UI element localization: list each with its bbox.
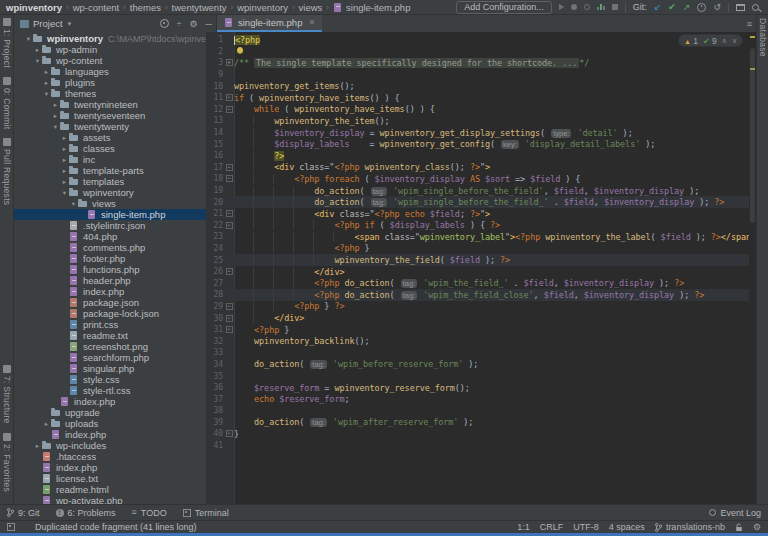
tool-window-button[interactable]: 7: Structure xyxy=(2,365,12,424)
line-ending[interactable]: CRLF xyxy=(540,522,564,532)
tool-window-button----problems[interactable]: !6: Problems xyxy=(56,508,116,518)
hector-inspections-icon[interactable]: ⚙ xyxy=(753,523,761,532)
editor-options-icon[interactable]: ≡ xyxy=(747,15,756,32)
error-stripe-mark[interactable] xyxy=(750,68,755,70)
tree-item[interactable]: package.json xyxy=(14,297,206,308)
chevron-down-icon[interactable]: ▾ xyxy=(42,90,51,98)
inspections-widget[interactable]: ▲ 1 ✔ 9 ∧ ∨ xyxy=(678,34,743,47)
tree-item[interactable]: index.php xyxy=(14,429,206,440)
chevron-down-icon[interactable]: ▾ xyxy=(51,123,60,131)
tree-item[interactable]: ▸plugins xyxy=(14,77,206,88)
tree-item[interactable]: ▾views xyxy=(14,198,206,209)
rollback-icon[interactable]: ↺ xyxy=(713,3,721,12)
tree-item[interactable]: readme.txt xyxy=(14,330,206,341)
run-icon[interactable] xyxy=(559,4,564,10)
tree-item[interactable]: style-rtl.css xyxy=(14,385,206,396)
chevron-right-icon[interactable]: ▸ xyxy=(42,79,51,87)
chevron-right-icon[interactable]: ▸ xyxy=(60,134,69,142)
tab-single-item-php[interactable]: single-item.php ✕ xyxy=(217,15,322,32)
lock-icon[interactable] xyxy=(735,523,743,532)
fold-open-icon[interactable]: − xyxy=(224,430,234,437)
tool-window-switcher-icon[interactable] xyxy=(7,523,15,531)
profiler-icon[interactable] xyxy=(597,4,605,10)
search-everywhere-icon[interactable] xyxy=(752,4,759,11)
close-tab-icon[interactable]: ✕ xyxy=(308,18,315,27)
git-commit-icon[interactable]: ✔ xyxy=(668,3,676,12)
tree-item[interactable]: single-item.php xyxy=(14,209,206,220)
tree-item[interactable]: singular.php xyxy=(14,363,206,374)
chevron-right-icon[interactable]: ▸ xyxy=(51,101,60,109)
breadcrumb-item[interactable]: views xyxy=(299,2,323,13)
next-issue-icon[interactable]: ∨ xyxy=(732,37,737,45)
chevron-down-icon[interactable]: ▾ xyxy=(33,57,42,65)
tool-window-button[interactable]: 2: Favorites xyxy=(2,433,12,492)
restore-layout-icon[interactable] xyxy=(736,4,745,11)
coverage-icon[interactable] xyxy=(584,4,590,10)
tool-window-button[interactable]: Pull Requests xyxy=(2,138,12,205)
chevron-down-icon[interactable]: ▾ xyxy=(60,189,69,197)
fold-open-icon[interactable]: − xyxy=(224,106,234,113)
breadcrumb-item[interactable]: wpinventory xyxy=(237,2,288,13)
indent-setting[interactable]: 4 spaces xyxy=(609,522,645,532)
fold-open-icon[interactable]: − xyxy=(224,164,234,171)
tool-window-button[interactable]: 1: Project xyxy=(2,18,12,68)
fold-open-icon[interactable]: − xyxy=(224,303,234,310)
tree-item[interactable]: ▾wpinventoryC:\MAMP\htdocs\wpinventory xyxy=(14,33,206,44)
tree-item[interactable]: license.txt xyxy=(14,473,206,484)
project-panel-header[interactable]: Project ▼ ÷ ⚙ ─ xyxy=(14,15,217,32)
tree-item[interactable]: ▸inc xyxy=(14,154,206,165)
code-editor[interactable]: 1<?php23+/** The single template specifi… xyxy=(207,32,756,504)
breadcrumb[interactable]: wpinventory›wp-content›themes›twentytwen… xyxy=(6,2,410,13)
tree-item[interactable]: style.css xyxy=(14,374,206,385)
breadcrumb-item[interactable]: wpinventory xyxy=(6,2,62,13)
tree-item[interactable]: ▸templates xyxy=(14,176,206,187)
editor-scrollbar[interactable] xyxy=(750,48,755,223)
tree-item[interactable]: index.php xyxy=(14,462,206,473)
tree-item[interactable]: searchform.php xyxy=(14,352,206,363)
add-configuration-button[interactable]: Add Configuration... xyxy=(456,1,552,14)
tree-item[interactable]: functions.php xyxy=(14,264,206,275)
caret-position[interactable]: 1:1 xyxy=(517,522,530,532)
history-icon[interactable] xyxy=(697,3,706,12)
tree-item[interactable]: ▾wp-content xyxy=(14,55,206,66)
chevron-right-icon[interactable]: ▸ xyxy=(60,178,69,186)
git-push-icon[interactable]: ↗ xyxy=(683,3,691,12)
tree-item[interactable]: header.php xyxy=(14,275,206,286)
tool-window-button-terminal[interactable]: Terminal xyxy=(183,508,229,518)
tree-item[interactable]: ▾themes xyxy=(14,88,206,99)
chevron-down-icon[interactable]: ▾ xyxy=(69,200,78,208)
tree-item[interactable]: upgrade xyxy=(14,407,206,418)
fold-open-icon[interactable]: − xyxy=(224,94,234,101)
tree-item[interactable]: ▸assets xyxy=(14,132,206,143)
fold-open-icon[interactable]: − xyxy=(224,210,234,217)
tree-item[interactable]: print.css xyxy=(14,319,206,330)
chevron-right-icon[interactable]: ▸ xyxy=(60,145,69,153)
intention-bulb-icon[interactable] xyxy=(237,47,243,54)
error-stripe-mark[interactable] xyxy=(750,36,755,38)
fold-open-icon[interactable]: − xyxy=(224,315,234,322)
git-update-icon[interactable]: ↙ xyxy=(654,3,662,12)
debug-icon[interactable] xyxy=(571,4,577,10)
breadcrumb-item[interactable]: twentytwenty xyxy=(172,2,227,13)
chevron-down-icon[interactable]: ▾ xyxy=(24,35,33,43)
tool-window-button----git[interactable]: 9: Git xyxy=(7,508,40,518)
tree-item[interactable]: ▸twentynineteen xyxy=(14,99,206,110)
hide-panel-icon[interactable]: ─ xyxy=(206,19,212,29)
git-branch-widget[interactable]: translations-nb xyxy=(655,522,725,532)
locate-file-icon[interactable] xyxy=(160,19,169,28)
tree-item[interactable]: ▸template-parts xyxy=(14,165,206,176)
tree-item[interactable]: screenshot.png xyxy=(14,341,206,352)
tree-item[interactable]: ▸classes xyxy=(14,143,206,154)
tree-item[interactable]: ▾wpinventory xyxy=(14,187,206,198)
tree-item[interactable]: index.php xyxy=(14,396,206,407)
fold-open-icon[interactable]: − xyxy=(224,222,234,229)
chevron-right-icon[interactable]: ▸ xyxy=(33,46,42,54)
fold-open-icon[interactable]: − xyxy=(224,268,234,275)
chevron-right-icon[interactable]: ▸ xyxy=(60,167,69,175)
collapse-all-icon[interactable]: ÷ xyxy=(177,19,182,29)
project-tree-panel[interactable]: ▾wpinventoryC:\MAMP\htdocs\wpinventory▸w… xyxy=(14,32,207,504)
tool-window-button[interactable]: 0: Commit xyxy=(2,77,12,129)
tree-item[interactable]: ▸wp-admin xyxy=(14,44,206,55)
chevron-right-icon[interactable]: ▸ xyxy=(60,156,69,164)
tree-item[interactable]: wp-activate.php xyxy=(14,495,206,504)
